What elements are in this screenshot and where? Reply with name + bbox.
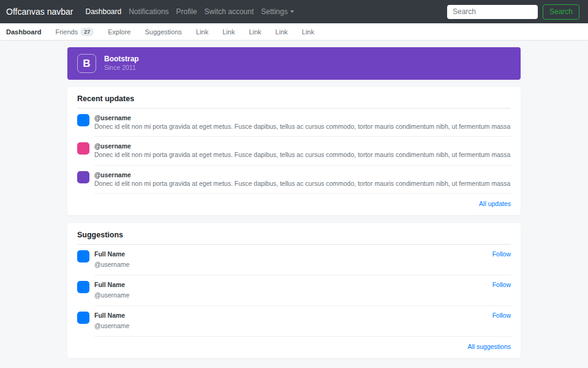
subnav-item-label: Link bbox=[276, 28, 288, 36]
brand-banner: B Bootstrap Since 2011 bbox=[67, 47, 521, 80]
navbar-brand[interactable]: Offcanvas navbar bbox=[6, 7, 73, 17]
subnav-item[interactable]: Suggestions bbox=[145, 28, 182, 36]
update-username: @username bbox=[94, 142, 511, 150]
user-avatar bbox=[77, 312, 89, 324]
user-avatar bbox=[77, 250, 89, 263]
suggestion-row: Full Name @username Follow bbox=[77, 275, 511, 306]
all-updates-link[interactable]: All updates bbox=[77, 194, 511, 207]
bootstrap-logo-icon: B bbox=[77, 54, 96, 73]
subnav-item-label: Dashboard bbox=[6, 28, 41, 36]
subnav-item[interactable]: Link bbox=[249, 28, 261, 36]
update-username: @username bbox=[94, 114, 511, 122]
update-text: Donec id elit non mi porta gravida at eg… bbox=[94, 180, 511, 188]
nav-item-label: Switch account bbox=[205, 7, 254, 16]
subnav-item[interactable]: Link bbox=[222, 28, 235, 36]
suggestion-full-name: Full Name bbox=[94, 250, 492, 258]
update-row: @username Donec id elit non mi porta gra… bbox=[77, 109, 511, 137]
nav-item[interactable]: Dashboard bbox=[81, 7, 125, 16]
top-navbar: Offcanvas navbar Dashboard Notifications… bbox=[0, 0, 588, 23]
subnav-item[interactable]: Link bbox=[302, 28, 314, 36]
subnav-item-label: Suggestions bbox=[145, 28, 182, 36]
banner-text: Bootstrap Since 2011 bbox=[104, 55, 139, 72]
subnav-item-label: Link bbox=[249, 28, 261, 36]
update-row: @username Donec id elit non mi porta gra… bbox=[77, 166, 511, 194]
updates-list: @username Donec id elit non mi porta gra… bbox=[77, 109, 511, 194]
follow-link[interactable]: Follow bbox=[492, 312, 511, 331]
user-avatar bbox=[77, 281, 89, 293]
nav-item[interactable]: Profile bbox=[173, 7, 201, 16]
navbar-links: Dashboard Notifications Profile Switch a… bbox=[81, 7, 257, 16]
subnav-item[interactable]: Link bbox=[276, 28, 288, 36]
count-badge: 27 bbox=[80, 28, 94, 36]
subnav-item-label: Link bbox=[196, 28, 208, 36]
nav-item-settings[interactable]: Settings bbox=[257, 7, 297, 16]
banner-title: Bootstrap bbox=[104, 55, 139, 64]
user-avatar bbox=[77, 114, 89, 126]
all-suggestions-link[interactable]: All suggestions bbox=[77, 337, 511, 350]
suggestion-names: Full Name @username bbox=[94, 250, 492, 269]
suggestion-row: Full Name @username Follow bbox=[77, 245, 511, 275]
subnav-item-label: Friends bbox=[55, 28, 78, 36]
nav-item-label: Notifications bbox=[129, 7, 168, 16]
update-body: @username Donec id elit non mi porta gra… bbox=[94, 114, 511, 137]
subnav-item[interactable]: Friends 27 bbox=[55, 28, 94, 36]
follow-link[interactable]: Follow bbox=[492, 250, 511, 269]
search-button[interactable]: Search bbox=[543, 4, 579, 20]
nav-item-label: Profile bbox=[176, 7, 197, 16]
suggestion-body: Full Name @username Follow bbox=[94, 250, 511, 275]
subnav-item[interactable]: Link bbox=[196, 28, 208, 36]
suggestion-username: @username bbox=[94, 291, 129, 299]
update-username: @username bbox=[94, 171, 511, 179]
suggestion-username: @username bbox=[94, 322, 129, 329]
user-avatar bbox=[77, 171, 89, 183]
update-body: @username Donec id elit non mi porta gra… bbox=[94, 171, 511, 194]
suggestion-row: Full Name @username Follow bbox=[77, 306, 511, 337]
suggestion-full-name: Full Name bbox=[94, 281, 492, 289]
user-avatar bbox=[77, 142, 89, 155]
suggestions-title: Suggestions bbox=[77, 231, 511, 245]
recent-updates-card: Recent updates @username Donec id elit n… bbox=[67, 87, 521, 215]
suggestion-names: Full Name @username bbox=[94, 312, 492, 331]
secondary-navbar: Dashboard Friends 27 Explore Suggestions… bbox=[0, 23, 588, 40]
update-text: Donec id elit non mi porta gravida at eg… bbox=[94, 151, 511, 159]
settings-label: Settings bbox=[261, 7, 287, 16]
suggestions-list: Full Name @username Follow Full Name @us… bbox=[77, 245, 511, 337]
subnav-item[interactable]: Explore bbox=[108, 28, 130, 36]
suggestion-username: @username bbox=[94, 261, 129, 268]
subnav-item-label: Link bbox=[302, 28, 314, 36]
main-content: B Bootstrap Since 2011 Recent updates @u… bbox=[67, 47, 521, 358]
subnav-item-label: Link bbox=[222, 28, 235, 36]
update-body: @username Donec id elit non mi porta gra… bbox=[94, 142, 511, 165]
suggestions-card: Suggestions Full Name @username Follow F… bbox=[67, 223, 521, 358]
update-row: @username Donec id elit non mi porta gra… bbox=[77, 137, 511, 165]
nav-item[interactable]: Notifications bbox=[125, 7, 172, 16]
banner-subtitle: Since 2011 bbox=[104, 64, 139, 72]
suggestion-names: Full Name @username bbox=[94, 281, 492, 300]
nav-item[interactable]: Switch account bbox=[201, 7, 258, 16]
search-input[interactable] bbox=[447, 5, 538, 19]
chevron-down-icon bbox=[290, 10, 294, 13]
suggestion-full-name: Full Name bbox=[94, 312, 492, 320]
suggestion-body: Full Name @username Follow bbox=[94, 312, 511, 337]
update-text: Donec id elit non mi porta gravida at eg… bbox=[94, 123, 511, 131]
nav-item-label: Dashboard bbox=[85, 7, 121, 16]
follow-link[interactable]: Follow bbox=[492, 281, 511, 300]
recent-updates-title: Recent updates bbox=[77, 94, 511, 109]
suggestion-body: Full Name @username Follow bbox=[94, 281, 511, 306]
subnav-item[interactable]: Dashboard bbox=[6, 28, 41, 36]
subnav-item-label: Explore bbox=[108, 28, 130, 36]
